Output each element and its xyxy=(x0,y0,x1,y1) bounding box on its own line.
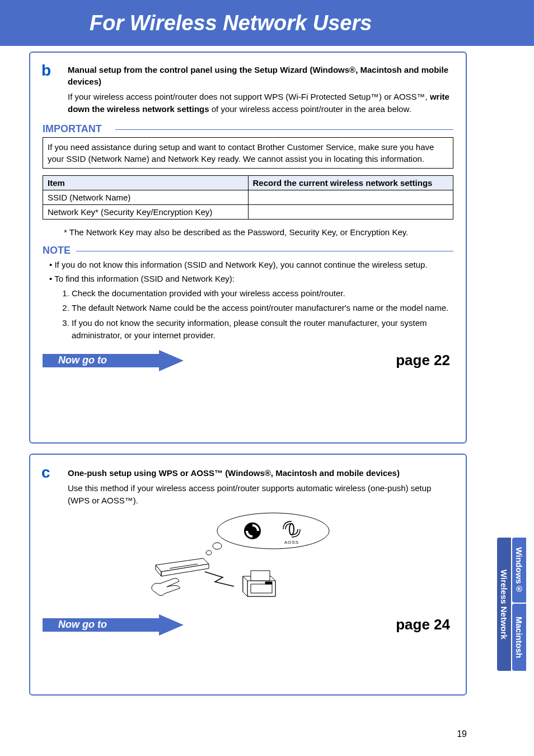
table-row-key: Network Key* (Security Key/Encryption Ke… xyxy=(43,204,249,219)
goto-bar-c: Now go to page 24 xyxy=(43,615,453,634)
important-label: IMPORTANT xyxy=(43,123,453,135)
page-number: 19 xyxy=(457,729,467,739)
svg-text:AOSS: AOSS xyxy=(284,540,299,545)
table-head-record: Record the current wireless network sett… xyxy=(248,175,453,190)
svg-point-3 xyxy=(217,513,329,549)
step-letter-c: c xyxy=(41,464,50,482)
tab-wireless-network[interactable]: Wireless Network xyxy=(497,538,511,671)
wifi-icon xyxy=(27,6,71,35)
note-item: To find this information (SSID and Netwo… xyxy=(49,273,453,286)
step-letter-b: b xyxy=(41,62,51,80)
page-header: For Wireless Network Users xyxy=(0,0,534,46)
section-c-title: One-push setup using WPS or AOSS™ (Windo… xyxy=(68,467,453,479)
footnote: * The Network Key may also be described … xyxy=(64,227,453,237)
table-row-ssid-value xyxy=(248,190,453,204)
section-c-panel: c One-push setup using WPS or AOSS™ (Win… xyxy=(29,454,467,696)
tab-macintosh[interactable]: Macintosh xyxy=(512,604,526,671)
note-list: If you do not know this information (SSI… xyxy=(49,259,453,342)
note-sub-item: Check the documentation provided with yo… xyxy=(72,287,453,300)
settings-table: Item Record the current wireless network… xyxy=(43,175,453,220)
section-b-intro: If your wireless access point/router doe… xyxy=(68,91,453,115)
table-row-key-value xyxy=(248,204,453,219)
wps-aoss-illustration: AOSS xyxy=(144,511,352,606)
important-box: If you need assistance during setup and … xyxy=(43,137,453,169)
tab-windows[interactable]: Windows® xyxy=(512,538,526,603)
section-b-title: Manual setup from the control panel usin… xyxy=(68,64,453,87)
note-label: NOTE xyxy=(43,245,453,256)
note-sub-item: If you do not know the security informat… xyxy=(72,317,453,342)
goto-bar-b: Now go to page 22 xyxy=(43,351,453,370)
goto-page-link[interactable]: page 24 xyxy=(396,616,450,633)
goto-page-link[interactable]: page 22 xyxy=(396,352,450,369)
note-sub-item: The default Network Name could be the ac… xyxy=(72,302,453,315)
section-b-panel: b Manual setup from the control panel us… xyxy=(29,52,467,444)
page-title: For Wireless Network Users xyxy=(90,11,372,35)
svg-rect-12 xyxy=(265,582,272,584)
section-c-text: Use this method if your wireless access … xyxy=(68,482,453,507)
svg-point-5 xyxy=(206,550,212,555)
svg-rect-10 xyxy=(251,584,272,593)
svg-rect-11 xyxy=(251,571,270,581)
table-row-ssid: SSID (Network Name) xyxy=(43,190,249,204)
goto-label: Now go to xyxy=(58,354,107,366)
note-item: If you do not know this information (SSI… xyxy=(49,259,453,272)
table-head-item: Item xyxy=(43,175,249,190)
svg-point-4 xyxy=(213,543,222,549)
goto-label: Now go to xyxy=(58,619,107,631)
side-tabs: Wireless Network Windows® Macintosh xyxy=(497,538,526,671)
